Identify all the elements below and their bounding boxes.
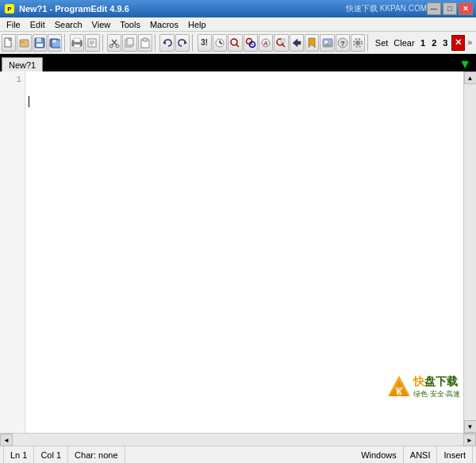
menu-search[interactable]: Search <box>50 19 87 30</box>
status-char: Char: none <box>68 446 125 463</box>
app-icon: P <box>3 2 16 15</box>
paste-button[interactable] <box>138 34 152 52</box>
svg-text:A: A <box>263 40 267 47</box>
image-button[interactable] <box>320 34 334 52</box>
svg-rect-25 <box>143 38 148 41</box>
redo-button[interactable] <box>175 34 190 52</box>
svg-rect-6 <box>36 38 41 42</box>
regex-button[interactable]: A <box>259 34 273 52</box>
line-numbers: 1 <box>0 71 25 433</box>
save-all-button[interactable] <box>48 34 62 52</box>
help-button[interactable]: ? <box>336 34 350 52</box>
bookmarks-button[interactable] <box>305 34 319 52</box>
maximize-button[interactable]: □ <box>443 2 457 15</box>
line-number-1: 1 <box>0 73 25 86</box>
menu-bar: File Edit Search View Tools Macros Help <box>0 17 476 32</box>
status-col: Col 1 <box>34 446 68 463</box>
tab-bar-right: ▼ <box>43 57 474 71</box>
h-scrollbar-track[interactable] <box>13 434 463 446</box>
toolbar-separator-2 <box>102 34 105 52</box>
svg-rect-23 <box>127 38 133 45</box>
svg-point-48 <box>355 41 360 45</box>
open-file-button[interactable] <box>17 34 31 52</box>
print-preview-button[interactable] <box>85 34 99 52</box>
menu-help[interactable]: Help <box>183 19 211 30</box>
macro-2-button[interactable]: 2 <box>429 35 440 51</box>
find-file-button[interactable] <box>274 34 288 52</box>
svg-text:?: ? <box>340 40 345 48</box>
svg-line-35 <box>251 43 253 45</box>
status-ln: Ln 1 <box>3 446 34 463</box>
search-replace-button[interactable] <box>244 34 258 52</box>
title-watermark: 快速下载 KKPAN.COM <box>346 3 427 14</box>
toolbar-separator-5 <box>367 34 370 52</box>
new-file-button[interactable] <box>2 34 16 52</box>
toolbar-separator-1 <box>64 34 67 52</box>
minimize-button[interactable]: — <box>427 2 441 15</box>
svg-point-20 <box>109 44 113 48</box>
search-button[interactable] <box>228 34 242 52</box>
svg-marker-41 <box>293 39 301 47</box>
menu-edit[interactable]: Edit <box>25 19 50 30</box>
svg-rect-3 <box>20 40 29 47</box>
set-label[interactable]: Set <box>373 38 391 48</box>
window-controls: — □ ✕ <box>427 2 473 15</box>
horizontal-scrollbar: ◄ ► <box>0 433 476 446</box>
svg-rect-12 <box>74 38 80 42</box>
scroll-down-arrow[interactable]: ▼ <box>464 420 477 433</box>
svg-point-21 <box>116 44 119 48</box>
copy-button[interactable] <box>122 34 136 52</box>
svg-rect-13 <box>74 44 80 48</box>
status-os: Windows <box>355 446 404 463</box>
toolbar: 3! A ? Set Clear 1 2 3 ✕ » <box>0 32 476 54</box>
toolbar-separator-4 <box>192 34 194 52</box>
settings-button[interactable] <box>351 34 365 52</box>
tab-new1[interactable]: New?1 <box>2 57 43 71</box>
status-bar: Ln 1 Col 1 Char: none Windows ANSI Inser… <box>0 446 476 463</box>
goto-button[interactable] <box>290 34 304 52</box>
svg-rect-10 <box>52 40 56 43</box>
window-title: New?1 - ProgramEdit 4.9.6 <box>19 4 343 14</box>
scrollbar-track[interactable] <box>464 84 477 420</box>
scroll-up-arrow[interactable]: ▲ <box>464 71 477 84</box>
macro-3-button[interactable]: 3 <box>440 35 451 51</box>
editor-content[interactable] <box>25 71 463 433</box>
macro-1-button[interactable]: 1 <box>418 35 428 51</box>
svg-rect-4 <box>20 41 24 43</box>
clock-button[interactable] <box>213 34 227 52</box>
svg-line-39 <box>282 44 285 47</box>
scroll-right-arrow[interactable]: ► <box>463 434 476 446</box>
save-button[interactable] <box>33 34 47 52</box>
svg-text:P: P <box>7 6 12 13</box>
status-encoding: ANSI <box>404 446 438 463</box>
vertical-scrollbar[interactable]: ▲ ▼ <box>463 71 476 433</box>
close-button[interactable]: ✕ <box>459 2 473 15</box>
text-cursor <box>29 96 29 107</box>
cut-button[interactable] <box>107 34 121 52</box>
number-input-button[interactable]: 3! <box>198 34 212 52</box>
clear-label[interactable]: Clear <box>391 38 416 48</box>
svg-line-32 <box>236 44 239 47</box>
menu-tools[interactable]: Tools <box>115 19 145 30</box>
editor-area: 1 ▲ ▼ K 快盘下载 <box>0 71 476 433</box>
undo-button[interactable] <box>159 34 174 52</box>
toolbar-separator-3 <box>155 34 157 52</box>
stop-button[interactable]: ✕ <box>451 35 465 51</box>
tab-label: New?1 <box>9 60 36 70</box>
scroll-left-arrow[interactable]: ◄ <box>0 434 13 446</box>
svg-rect-40 <box>281 39 285 43</box>
more-tools-chevron[interactable]: » <box>466 35 474 51</box>
download-icon[interactable]: ▼ <box>459 57 471 71</box>
svg-line-30 <box>220 43 222 44</box>
menu-file[interactable]: File <box>2 19 25 30</box>
svg-marker-42 <box>309 38 315 48</box>
svg-point-31 <box>231 39 237 45</box>
title-bar: P New?1 - ProgramEdit 4.9.6 快速下载 KKPAN.C… <box>0 0 476 17</box>
menu-view[interactable]: View <box>87 19 116 30</box>
svg-rect-7 <box>36 44 43 47</box>
menu-macros[interactable]: Macros <box>145 19 183 30</box>
tab-bar: New?1 ▼ <box>0 54 476 71</box>
print-button[interactable] <box>70 34 84 52</box>
status-mode: Insert <box>437 446 473 463</box>
